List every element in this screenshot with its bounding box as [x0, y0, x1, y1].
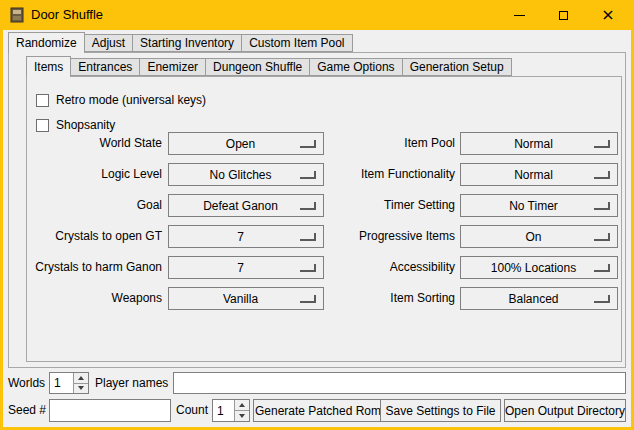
progressive-items-label: Progressive Items	[330, 225, 455, 248]
item-pool-dropdown[interactable]: Normal	[460, 132, 618, 155]
open-output-directory-button[interactable]: Open Output Directory	[504, 399, 626, 422]
save-settings-button[interactable]: Save Settings to File	[380, 399, 501, 422]
menu-indicator-icon	[300, 233, 316, 241]
tab-game-options[interactable]: Game Options	[309, 58, 402, 76]
checkbox-label: Shopsanity	[56, 118, 115, 132]
seed-label: Seed #	[8, 399, 46, 422]
progressive-items-dropdown[interactable]: On	[460, 225, 618, 248]
crystals-harm-ganon-dropdown[interactable]: 7	[168, 256, 324, 279]
worlds-input[interactable]	[50, 373, 73, 393]
tab-adjust[interactable]: Adjust	[84, 34, 133, 52]
retro-mode-checkbox[interactable]: Retro mode (universal keys)	[36, 92, 206, 108]
spin-up-button[interactable]	[235, 400, 249, 411]
close-icon: ×	[601, 7, 614, 23]
minimize-button[interactable]	[497, 1, 541, 29]
crystals-open-gt-label: Crystals to open GT	[20, 225, 162, 248]
menu-indicator-icon	[300, 171, 316, 179]
logic-level-dropdown[interactable]: No Glitches	[168, 163, 324, 186]
generate-patched-rom-button[interactable]: Generate Patched Rom	[253, 399, 383, 422]
world-state-label: World State	[20, 132, 162, 155]
maximize-button[interactable]	[541, 1, 585, 29]
window-title: Door Shuffle	[31, 7, 103, 23]
arrow-down-icon	[239, 414, 245, 418]
items-pane	[26, 76, 622, 362]
arrow-up-icon	[239, 403, 245, 407]
arrow-up-icon	[78, 376, 84, 380]
tab-custom-item-pool[interactable]: Custom Item Pool	[241, 34, 352, 52]
weapons-dropdown[interactable]: Vanilla	[168, 287, 324, 310]
crystals-harm-ganon-label: Crystals to harm Ganon	[20, 256, 162, 279]
tab-dungeon-shuffle[interactable]: Dungeon Shuffle	[205, 58, 310, 76]
player-names-input[interactable]	[173, 372, 626, 394]
app-window: Door Shuffle × Randomize Adjust Starting…	[0, 0, 634, 430]
main-tab-bar: Randomize Adjust Starting Inventory Cust…	[8, 32, 352, 53]
window-body: Randomize Adjust Starting Inventory Cust…	[3, 30, 631, 427]
spin-down-button[interactable]	[235, 411, 249, 421]
spin-arrows	[234, 400, 249, 421]
maximize-icon	[559, 11, 568, 20]
goal-label: Goal	[20, 194, 162, 217]
tab-enemizer[interactable]: Enemizer	[139, 58, 206, 76]
seed-input[interactable]	[49, 399, 171, 422]
spin-up-button[interactable]	[74, 373, 88, 384]
minimize-icon	[514, 15, 525, 16]
shopsanity-checkbox[interactable]: Shopsanity	[36, 117, 115, 133]
item-sorting-dropdown[interactable]: Balanced	[460, 287, 618, 310]
player-names-label: Player names	[95, 372, 168, 394]
item-pool-label: Item Pool	[330, 132, 455, 155]
timer-setting-label: Timer Setting	[330, 194, 455, 217]
goal-dropdown[interactable]: Defeat Ganon	[168, 194, 324, 217]
count-label: Count	[176, 399, 208, 422]
item-sorting-label: Item Sorting	[330, 287, 455, 310]
accessibility-label: Accessibility	[330, 256, 455, 279]
sub-tab-bar: Items Entrances Enemizer Dungeon Shuffle…	[26, 56, 511, 77]
spin-arrows	[73, 373, 88, 393]
worlds-spinbox[interactable]	[49, 372, 89, 394]
menu-indicator-icon	[594, 202, 610, 210]
checkbox-box-icon	[36, 119, 49, 132]
timer-setting-dropdown[interactable]: No Timer	[460, 194, 618, 217]
app-icon	[9, 7, 25, 23]
count-input[interactable]	[213, 400, 234, 421]
tab-entrances[interactable]: Entrances	[70, 58, 140, 76]
tab-generation-setup[interactable]: Generation Setup	[402, 58, 512, 76]
tab-starting-inventory[interactable]: Starting Inventory	[132, 34, 242, 52]
spin-down-button[interactable]	[74, 384, 88, 394]
menu-indicator-icon	[300, 140, 316, 148]
menu-indicator-icon	[594, 264, 610, 272]
item-functionality-dropdown[interactable]: Normal	[460, 163, 618, 186]
crystals-open-gt-dropdown[interactable]: 7	[168, 225, 324, 248]
menu-indicator-icon	[594, 295, 610, 303]
accessibility-dropdown[interactable]: 100% Locations	[460, 256, 618, 279]
worlds-label: Worlds	[8, 372, 45, 394]
weapons-label: Weapons	[20, 287, 162, 310]
world-state-dropdown[interactable]: Open	[168, 132, 324, 155]
checkbox-label: Retro mode (universal keys)	[56, 93, 206, 107]
item-functionality-label: Item Functionality	[330, 163, 455, 186]
count-spinbox[interactable]	[212, 399, 250, 422]
menu-indicator-icon	[594, 233, 610, 241]
logic-level-label: Logic Level	[20, 163, 162, 186]
menu-indicator-icon	[300, 295, 316, 303]
close-button[interactable]: ×	[585, 1, 631, 29]
menu-indicator-icon	[300, 264, 316, 272]
tab-items[interactable]: Items	[26, 56, 71, 77]
titlebar: Door Shuffle ×	[0, 0, 634, 30]
arrow-down-icon	[78, 386, 84, 390]
checkbox-box-icon	[36, 94, 49, 107]
menu-indicator-icon	[594, 140, 610, 148]
menu-indicator-icon	[300, 202, 316, 210]
tab-randomize[interactable]: Randomize	[8, 32, 85, 53]
menu-indicator-icon	[594, 171, 610, 179]
